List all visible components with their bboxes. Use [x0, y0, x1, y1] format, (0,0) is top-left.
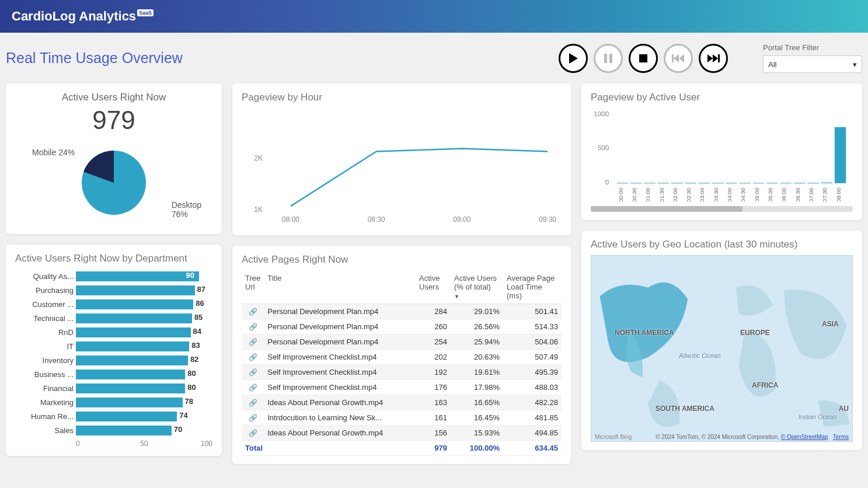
svg-text:02:00: 02:00	[672, 187, 678, 201]
svg-text:2K: 2K	[254, 154, 263, 162]
svg-text:00:30: 00:30	[631, 187, 637, 201]
bar-track: 80	[76, 384, 212, 393]
link-icon[interactable]: 🔗	[249, 414, 257, 422]
dept-axis: 050100	[76, 440, 212, 448]
pageview-hour-title: Pageview by Hour	[242, 92, 562, 103]
map-label-as: ASIA	[822, 320, 839, 328]
svg-text:01:30: 01:30	[658, 187, 665, 201]
bar-row: Human Re... 74	[15, 409, 212, 423]
bar-track: 83	[76, 341, 212, 351]
svg-rect-31	[753, 183, 764, 183]
col-load[interactable]: Average Page Load Time (ms)	[503, 270, 562, 304]
bar-label: Customer ...	[15, 300, 76, 309]
col-pct[interactable]: Active Users (% of total)▼	[451, 270, 503, 304]
link-icon[interactable]: 🔗	[249, 429, 257, 437]
brand-name: CardioLog Analytics	[12, 9, 136, 24]
filter-label: Portal Tree Filter	[763, 43, 862, 52]
chevron-down-icon: ▾	[853, 60, 857, 69]
link-icon[interactable]: 🔗	[249, 353, 257, 361]
cell-load: 495.39	[503, 365, 562, 380]
table-row[interactable]: 🔗 Self Improvement Checklist.mp4 192 19.…	[242, 365, 562, 380]
bar-track: 74	[76, 412, 212, 421]
svg-rect-1	[604, 54, 607, 63]
device-pie-chart[interactable]: Mobile 24% Desktop76%	[61, 142, 166, 226]
cell-title: Intrdocution to Learning New Sk...	[264, 410, 416, 426]
map-label-atlantic: Atlantic Ocean	[679, 352, 721, 359]
bar-track: 85	[76, 313, 212, 323]
pause-button[interactable]	[594, 44, 623, 73]
pageview-hour-chart[interactable]: 2K 1K 08:0008:3009:0009:30	[242, 108, 562, 225]
osm-link[interactable]: © OpenStreetMap	[781, 434, 828, 440]
svg-rect-23	[644, 183, 656, 183]
pageview-user-chart[interactable]: 1000 500 0 00:0000:3001:0001:3002:0002:3…	[591, 108, 853, 201]
geo-card: Active Users by Geo Location (last 30 mi…	[581, 231, 862, 450]
svg-text:08:30: 08:30	[368, 215, 385, 224]
map-label-na: NORTH AMERICA	[615, 329, 674, 337]
link-icon[interactable]: 🔗	[249, 308, 257, 316]
bar-track: 87	[76, 285, 212, 295]
play-button[interactable]	[559, 44, 588, 73]
terms-link[interactable]: Terms	[833, 434, 849, 440]
col-tree[interactable]: Tree Url	[242, 270, 264, 304]
cell-users: 163	[416, 395, 451, 410]
table-row[interactable]: 🔗 Self Improvement Checklist.mp4 176 17.…	[242, 380, 562, 395]
dept-chart-title: Active Users Right Now by Department	[15, 253, 212, 264]
bar-row: Business ... 80	[15, 367, 212, 381]
svg-rect-10	[718, 54, 720, 62]
col-users[interactable]: Active Users	[416, 270, 451, 304]
svg-text:0: 0	[605, 178, 609, 186]
pie-label-desktop: Desktop76%	[172, 200, 201, 219]
col-title[interactable]: Title	[264, 270, 416, 304]
saas-badge: SaaS	[137, 9, 154, 16]
svg-rect-33	[780, 183, 792, 183]
kpi-title: Active Users Right Now	[15, 92, 212, 103]
bar-label: Marketing	[15, 398, 76, 407]
cell-users: 176	[416, 380, 451, 395]
bar-track: 70	[76, 426, 212, 435]
cell-pct: 26.56%	[451, 319, 503, 334]
table-row[interactable]: 🔗 Personal Development Plan.mp4 254 25.9…	[242, 334, 562, 350]
chart-scrollbar[interactable]	[591, 206, 853, 212]
cell-title: Personal Development Plan.mp4	[264, 334, 416, 350]
bar-row: Customer ... 86	[15, 297, 212, 311]
geo-map[interactable]: NORTH AMERICA SOUTH AMERICA EUROPE AFRIC…	[591, 255, 853, 442]
table-row[interactable]: 🔗 Ideas About Personal Growth.mp4 163 16…	[242, 395, 562, 410]
table-total-row: Total 979 100.00% 634.45	[242, 441, 562, 456]
link-icon[interactable]: 🔗	[249, 338, 257, 346]
bar-row: Financial 80	[15, 381, 212, 395]
kpi-value: 979	[15, 106, 212, 135]
stop-button[interactable]	[629, 44, 658, 73]
table-row[interactable]: 🔗 Personal Development Plan.mp4 260 26.5…	[242, 319, 562, 334]
table-row[interactable]: 🔗 Self Improvement Checklist.mp4 202 20.…	[242, 350, 562, 365]
cell-pct: 16.45%	[451, 410, 503, 426]
active-pages-table[interactable]: Tree Url Title Active Users Active Users…	[242, 270, 562, 456]
link-icon[interactable]: 🔗	[249, 399, 257, 407]
cell-load: 507.49	[503, 350, 562, 365]
link-icon[interactable]: 🔗	[249, 323, 257, 331]
svg-text:04:30: 04:30	[740, 187, 746, 201]
pie-label-mobile: Mobile 24%	[32, 148, 75, 157]
svg-rect-2	[609, 54, 612, 63]
table-row[interactable]: 🔗 Ideas About Personal Growth.mp4 156 15…	[242, 426, 562, 441]
bar-row: Technical ... 85	[15, 311, 212, 325]
bar-track: 78	[76, 398, 212, 407]
svg-rect-27	[699, 183, 710, 183]
link-icon[interactable]: 🔗	[249, 368, 257, 377]
active-pages-title: Active Pages Right Now	[242, 254, 562, 266]
dept-bar-chart[interactable]: Quality As... 90 Purchasing 87 Customer …	[15, 269, 212, 437]
svg-marker-8	[707, 54, 713, 62]
skip-back-button[interactable]	[664, 44, 693, 73]
map-label-indian: Indian Ocean	[799, 413, 836, 420]
table-row[interactable]: 🔗 Personal Development Plan.mp4 284 29.0…	[242, 304, 562, 319]
table-row[interactable]: 🔗 Intrdocution to Learning New Sk... 161…	[242, 410, 562, 426]
bar-label: IT	[15, 342, 76, 351]
cell-pct: 16.65%	[451, 395, 503, 410]
pageview-user-card: Pageview by Active User 1000 500 0 00:00…	[581, 83, 862, 220]
svg-rect-25	[671, 183, 682, 183]
link-icon[interactable]: 🔗	[249, 384, 257, 392]
skip-forward-button[interactable]	[699, 44, 728, 73]
bar-track: 80	[76, 370, 212, 379]
top-row: Real Time Usage Overview Portal Tree Fil…	[0, 33, 868, 83]
filter-select[interactable]: All ▾	[763, 55, 862, 73]
cell-users: 254	[416, 334, 451, 350]
